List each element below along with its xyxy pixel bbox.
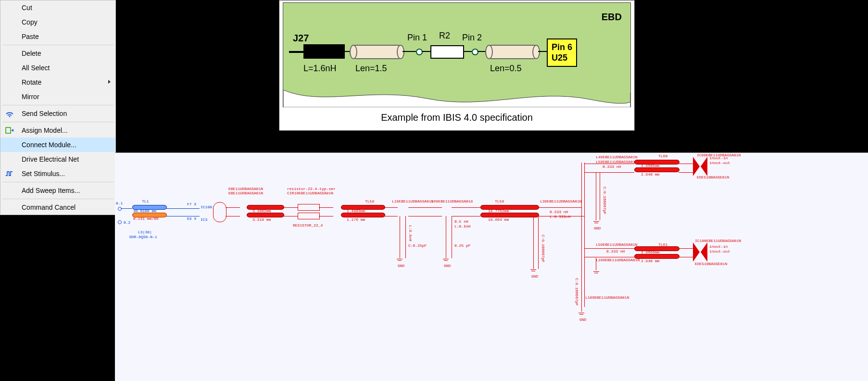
menu-drive-electrical-net[interactable]: Drive Electrical Net: [0, 152, 115, 166]
refdes: IC3: [201, 217, 207, 222]
gnd-symbol: [593, 271, 599, 276]
wire: [345, 51, 350, 52]
menu-mirror[interactable]: Mirror: [0, 89, 115, 104]
schematic-canvas[interactable]: 0.1 TL1 30.0109 mm 0.141 mm/06 0.2 F7 X …: [115, 152, 868, 381]
l-ref: L109EBE11UDBAGSA01N: [596, 258, 640, 262]
node-label: 0.1: [116, 201, 123, 205]
menu-all-select[interactable]: All Select: [0, 61, 115, 75]
ebd-pin1: Pin 1: [407, 33, 427, 43]
wire: [478, 51, 485, 52]
menu-separator: [2, 199, 113, 199]
ede-ref: EDE510BAGSE01N: [695, 262, 727, 266]
net-name: L3|30|: [138, 230, 152, 234]
tline-segment: [634, 254, 679, 259]
menu-connect-module[interactable]: Connect Module...: [0, 138, 115, 152]
wire: [403, 51, 416, 52]
menu-delete[interactable]: Delete: [0, 46, 115, 61]
ebd-len2: Len=0.5: [490, 64, 522, 74]
menu-label: Send Selection: [22, 110, 67, 117]
wire: [604, 257, 634, 257]
port-label: inout-out: [709, 249, 730, 254]
wire: [226, 216, 240, 216]
svg-point-0: [9, 115, 10, 117]
tline-1: [350, 45, 404, 59]
wire: [319, 216, 333, 216]
gnd-symbol: [579, 313, 584, 318]
wire: [604, 164, 634, 164]
menu-label: Copy: [22, 18, 38, 26]
wire: [584, 257, 604, 257]
gnd-symbol: [593, 221, 599, 226]
wire: [422, 51, 430, 52]
wire: [405, 216, 406, 258]
wire: [384, 216, 398, 216]
port-label: inout-in: [709, 156, 728, 160]
buffer-icon: [693, 242, 707, 262]
wire: [121, 208, 132, 209]
context-menu: Cut Copy Paste Delete All Select Rotate …: [0, 0, 116, 215]
length-label: 18.7762mm: [488, 209, 509, 213]
wire: [452, 216, 452, 258]
port-label: inout-out: [709, 161, 730, 165]
length-label: 3.319 mm: [252, 217, 271, 222]
resistor-symbol: [298, 204, 320, 211]
menu-label: All Select: [22, 64, 50, 72]
menu-label: Assign Model...: [22, 127, 68, 134]
ebd-illustration: EBD J27 Pin 6 U25 L=1.6nH Len=1.5 Pin 1 …: [283, 2, 631, 107]
wire: [584, 248, 604, 249]
wire: [679, 172, 693, 173]
pad: [118, 207, 122, 211]
wire: [584, 172, 604, 173]
value-label: L:0.5nH: [408, 225, 413, 241]
length-label: 2.840 mm: [641, 172, 659, 177]
refdes: TL59: [495, 199, 504, 203]
wire: [452, 216, 480, 216]
menu-set-stimulus[interactable]: Set Stimulus...: [0, 166, 115, 181]
length-label: 3.1092mm: [252, 209, 271, 213]
node-label: 0.2: [124, 220, 130, 225]
menu-cut[interactable]: Cut: [0, 0, 115, 15]
length-label: 2.8656mm: [641, 250, 659, 254]
refdes: TL1: [142, 199, 149, 203]
port-label: inout-in: [709, 244, 728, 249]
value-label: 0.333 nH: [550, 210, 568, 214]
buffer-icon: [693, 157, 707, 176]
junction-icon: [213, 202, 226, 222]
menu-add-sweep[interactable]: Add Sweep Items...: [0, 183, 115, 198]
value-label: 0.5 nH: [454, 219, 468, 224]
menu-command-cancel[interactable]: Command Cancel: [0, 200, 115, 215]
resistor-r2: [430, 45, 464, 59]
torn-edge: [283, 90, 630, 107]
gnd-label: GND: [594, 226, 601, 230]
wire: [679, 248, 693, 249]
l-ref: L49EBE11UDBAGSA01N: [596, 155, 637, 159]
menu-rotate[interactable]: Rotate: [0, 75, 115, 89]
menu-label: Drive Electrical Net: [22, 155, 79, 163]
menu-paste[interactable]: Paste: [0, 29, 115, 44]
value-label: 0.333 nH: [603, 165, 621, 169]
gnd-symbol: [530, 269, 536, 274]
wire: [538, 51, 547, 52]
length-label: 18.664 mm: [488, 217, 509, 222]
wire: [538, 207, 566, 208]
pin-dot: [416, 49, 423, 55]
menu-copy[interactable]: Copy: [0, 15, 115, 29]
wire: [600, 172, 600, 220]
value-label: C:0.166667pF: [575, 278, 579, 306]
menu-label: Command Cancel: [22, 203, 75, 211]
wire: [463, 51, 472, 52]
gnd-label: GND: [398, 264, 404, 268]
value-label: C:0.25pF: [408, 243, 427, 248]
ebd-caption: Example from IBIS 4.0 specification: [279, 112, 634, 123]
menu-send-selection[interactable]: Send Selection: [0, 106, 115, 121]
ebd-l-value: L=1.6nH: [303, 64, 337, 74]
wire: [596, 172, 596, 220]
menu-label: Mirror: [22, 93, 39, 101]
port-label: E8 X: [187, 216, 196, 221]
refdes: IC100: [201, 205, 212, 209]
inductor-block: [303, 44, 345, 59]
menu-assign-model[interactable]: Assign Model...: [0, 123, 115, 138]
value-label: 0.25 pF: [454, 243, 471, 248]
value-label: L:0.333nH: [550, 215, 570, 219]
menu-label: Cut: [22, 4, 32, 12]
